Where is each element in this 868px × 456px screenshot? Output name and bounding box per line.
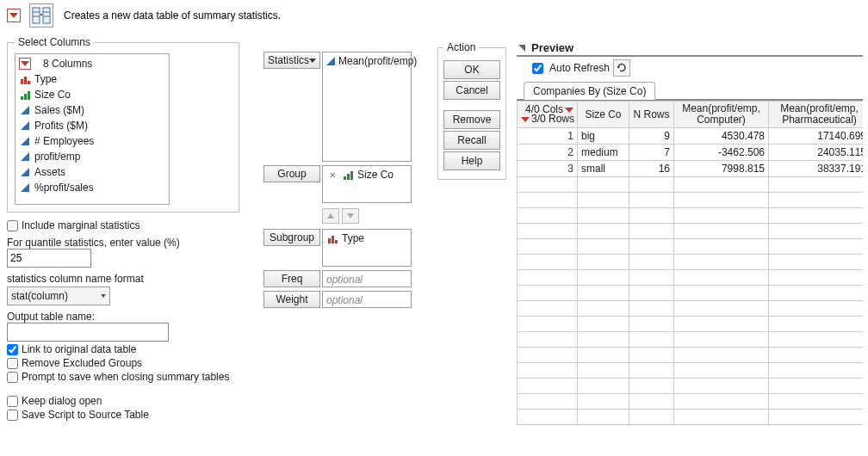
col-header[interactable]: Mean(profit/emp,Pharmaceutical) [769, 102, 864, 128]
help-button[interactable]: Help [443, 151, 500, 170]
stats-format-value: stat(column) [11, 290, 68, 302]
column-item-label: # Employees [34, 135, 94, 147]
freq-button[interactable]: Freq [264, 270, 320, 287]
column-item[interactable]: Sales ($M) [19, 102, 165, 118]
table-row-empty [518, 224, 864, 239]
table-row-empty [518, 286, 864, 301]
continuous-icon [19, 105, 31, 115]
table-row-empty [518, 239, 864, 255]
statistics-button-label: Statistics [268, 54, 309, 66]
stats-format-combo[interactable]: stat(column) [7, 287, 110, 305]
table-row[interactable]: 1big94530.47817140.699 [518, 128, 864, 145]
cell[interactable]: 9 [629, 128, 674, 145]
col-header[interactable]: N Rows [629, 102, 674, 128]
quantile-input[interactable] [7, 249, 91, 268]
link-original-label: Link to original data table [22, 343, 136, 355]
preview-table[interactable]: 4/0 Cols 3/0 Rows Size Co N Rows [517, 101, 863, 425]
weight-button[interactable]: Weight [264, 291, 320, 308]
recall-button[interactable]: Recall [443, 131, 500, 150]
statistics-button[interactable]: Statistics [264, 52, 320, 69]
subgroup-box[interactable]: Type [322, 229, 412, 267]
col-header[interactable]: Mean(profit/emp,Computer) [674, 102, 769, 128]
column-item[interactable]: Size Co [19, 87, 165, 102]
subgroup-item-label: Type [342, 232, 364, 244]
cell[interactable]: 4530.478 [674, 128, 769, 145]
cell[interactable]: -3462.506 [674, 145, 769, 161]
preview-title: Preview [531, 41, 574, 54]
grouping-x-icon: ✕ [326, 169, 338, 180]
cell[interactable]: big [578, 128, 629, 145]
subgroup-item[interactable]: Type [326, 231, 407, 245]
prompt-save-checkbox[interactable]: Prompt to save when closing summary tabl… [7, 371, 239, 383]
cell[interactable]: 17140.699 [769, 128, 864, 145]
subgroup-button[interactable]: Subgroup [264, 229, 320, 246]
move-down-button[interactable] [342, 208, 359, 224]
save-script-checkbox[interactable]: Save Script to Source Table [7, 409, 239, 421]
cell[interactable]: small [578, 161, 629, 177]
main-menu-toggle[interactable] [7, 9, 21, 22]
column-item[interactable]: %profit/sales [19, 180, 165, 195]
continuous-icon [326, 56, 335, 66]
cancel-button[interactable]: Cancel [443, 81, 500, 100]
column-item[interactable]: profit/emp [19, 149, 165, 164]
quantile-label: For quantile statistics, enter value (%) [7, 237, 239, 249]
row-number[interactable]: 1 [518, 128, 578, 145]
table-row-empty [518, 270, 864, 286]
row-number[interactable]: 2 [518, 145, 578, 161]
keep-open-label: Keep dialog open [22, 395, 102, 407]
cell[interactable]: 24035.115 [769, 145, 864, 161]
cell[interactable]: medium [578, 145, 629, 161]
table-row-empty [518, 317, 864, 332]
move-up-button[interactable] [322, 208, 339, 224]
table-corner[interactable]: 4/0 Cols 3/0 Rows [518, 102, 578, 128]
column-item[interactable]: # Employees [19, 133, 165, 149]
cell[interactable]: 38337.191 [769, 161, 864, 177]
auto-refresh-checkbox[interactable] [532, 63, 543, 74]
column-item[interactable]: Profits ($M) [19, 118, 165, 133]
group-item[interactable]: ✕ Size Co [326, 168, 407, 182]
remove-button[interactable]: Remove [443, 110, 500, 129]
link-original-checkbox[interactable]: Link to original data table [7, 343, 239, 355]
keep-dialog-open-checkbox[interactable]: Keep dialog open [7, 395, 239, 407]
include-marginal-checkbox[interactable]: Include marginal statistics [7, 219, 239, 231]
table-row-empty [518, 193, 864, 208]
weight-box[interactable]: optional [322, 291, 412, 308]
remove-excluded-checkbox[interactable]: Remove Excluded Groups [7, 357, 239, 369]
row-number[interactable]: 3 [518, 161, 578, 177]
output-table-input[interactable] [7, 323, 169, 342]
column-list-menu[interactable] [19, 58, 31, 70]
ordinal-icon [19, 89, 31, 100]
preview-disclosure[interactable] [517, 43, 526, 52]
statistics-item[interactable]: Mean(profit/emp) [326, 54, 407, 68]
cell[interactable]: 7998.815 [674, 161, 769, 177]
group-box[interactable]: ✕ Size Co [322, 165, 412, 203]
subgroup-button-label: Subgroup [270, 231, 314, 243]
preview-tab[interactable]: Companies By (Size Co) [524, 82, 655, 100]
column-item[interactable]: Type [19, 71, 165, 87]
cell[interactable]: 7 [629, 145, 674, 161]
column-listbox[interactable]: 8 Columns TypeSize CoSales ($M)Profits (… [15, 53, 170, 205]
column-item[interactable]: Assets [19, 164, 165, 180]
column-item-label: profit/emp [34, 151, 80, 163]
statistics-item-label: Mean(profit/emp) [338, 55, 417, 67]
rows-menu-icon[interactable] [521, 114, 530, 124]
ok-button[interactable]: OK [443, 60, 500, 79]
col-header[interactable]: Size Co [578, 102, 629, 128]
cell[interactable]: 16 [629, 161, 674, 177]
refresh-button[interactable] [613, 59, 630, 77]
select-columns-group: Select Columns 8 Columns TypeSize CoSale… [7, 36, 239, 213]
top-description: Creates a new data table of summary stat… [64, 9, 281, 22]
table-row[interactable]: 3small167998.81538337.191 [518, 161, 864, 177]
table-row[interactable]: 2medium7-3462.50624035.115 [518, 145, 864, 161]
column-item-label: Type [34, 73, 57, 85]
column-item-label: Profits ($M) [34, 120, 88, 132]
action-legend: Action [443, 41, 479, 53]
select-columns-legend: Select Columns [15, 36, 94, 48]
table-row-empty [518, 301, 864, 317]
table-row-empty [518, 208, 864, 224]
freq-box[interactable]: optional [322, 270, 412, 287]
stats-format-label: statistics column name format [7, 273, 239, 285]
continuous-icon [19, 136, 31, 146]
group-button[interactable]: Group [264, 165, 320, 182]
statistics-box[interactable]: Mean(profit/emp) [322, 52, 412, 162]
